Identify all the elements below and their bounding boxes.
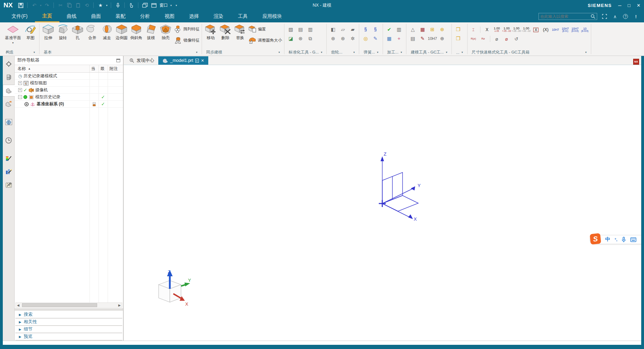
revolve-button[interactable]: 旋转	[56, 23, 70, 41]
triad-y-arrow[interactable]	[184, 283, 190, 286]
reset-format-button[interactable]: ↺	[512, 35, 521, 43]
tension-spring-tool-icon[interactable]: §	[371, 25, 379, 34]
help-icon[interactable]: ?	[622, 13, 629, 20]
gear-pair-tool-icon[interactable]: ⊛	[329, 34, 337, 43]
diameter-symbol-button[interactable]: ⌀	[492, 35, 501, 43]
tolerance-lower-button[interactable]: 1.00+.00 -.02	[522, 26, 531, 34]
machining-clipboard-tool-icon[interactable]: ▥	[395, 25, 403, 34]
sogou-logo-icon[interactable]: S	[590, 233, 601, 245]
undo-dropdown-icon[interactable]: ▾	[40, 4, 41, 7]
tag-tool-icon[interactable]: ◧	[329, 25, 337, 34]
sketch-button[interactable]: 草图	[23, 23, 38, 41]
move-object-icon[interactable]: ⟲	[84, 2, 90, 8]
delete-face-button[interactable]: 删除	[218, 23, 233, 41]
menu-assembly[interactable]: 装配	[108, 10, 133, 22]
window-menu[interactable]: 窗口	[159, 2, 168, 8]
fit-limit1-button[interactable]: 10H7(8.01)	[561, 26, 570, 34]
favorites-dropdown-icon[interactable]: ▾	[106, 4, 107, 7]
tolerance-boxed-button[interactable]: X	[531, 26, 541, 34]
ime-language-mode[interactable]: 中	[605, 236, 610, 243]
command-search-box[interactable]	[538, 13, 597, 20]
tree-row-cameras[interactable]: +✓ 摄像机	[15, 87, 123, 94]
panel-splitter[interactable]	[15, 308, 123, 311]
tolerance-none-button[interactable]: X	[483, 26, 492, 34]
hole-button[interactable]: 孔	[70, 23, 85, 41]
tolerance-reference-button[interactable]: (X)	[541, 26, 550, 34]
ribbon-group-label-synchronous[interactable]: 同步建模 ▾	[203, 49, 283, 56]
search-icon[interactable]	[591, 14, 595, 19]
tree-row-model-history[interactable]: − 模型历史记录 ✓	[15, 94, 123, 101]
bevel-gear-tool-icon[interactable]: ✲	[348, 34, 357, 43]
gear-modeling-tool-icon[interactable]: ⊛	[339, 34, 347, 43]
ribbon-group-label-construct[interactable]: 构造 ▾	[3, 49, 38, 56]
machining-table-tool-icon[interactable]: ▦	[385, 34, 393, 43]
datum-plane-button[interactable]: 基准平面 ▾	[3, 23, 23, 44]
paint-tool-icon[interactable]: ◪	[287, 34, 295, 43]
radius-callout2-button[interactable]: R⌀	[479, 35, 488, 43]
ribbon-group-label-overflow[interactable]: ... ▾	[453, 49, 466, 56]
unite-button[interactable]: 合并	[85, 23, 100, 41]
machining-csys-tool-icon[interactable]: ⌖	[395, 34, 403, 43]
fit-limit3-button[interactable]: 10(8.015)	[580, 26, 589, 34]
sidebar-item-constraint-navigator[interactable]	[3, 98, 14, 110]
section-search[interactable]: ▶搜索	[15, 311, 122, 319]
menu-analysis[interactable]: 分析	[133, 10, 157, 22]
move-face-button[interactable]: 移动	[203, 23, 218, 41]
maximize-button[interactable]: □	[628, 3, 630, 8]
favorites-star-icon[interactable]: ★	[97, 2, 103, 8]
sidebar-item-hd3d-tools[interactable]	[3, 152, 14, 164]
column-comment[interactable]: 附注	[108, 65, 123, 72]
ime-microphone-icon[interactable]	[622, 237, 626, 242]
sidebar-item-assembly-navigator[interactable]	[3, 71, 14, 83]
draft-button[interactable]: 拔模	[144, 23, 158, 41]
microphone-icon[interactable]	[115, 2, 121, 8]
ime-skin-icon[interactable]	[641, 237, 641, 242]
subtract-button[interactable]: 减去	[100, 23, 114, 41]
undock-panel-icon[interactable]	[116, 59, 120, 62]
menu-tools[interactable]: 工具	[231, 10, 255, 22]
tree-row-datum-csys[interactable]: 基准坐标系 (0) ✓	[15, 101, 123, 108]
view-orientation-triad[interactable]: Z Y X	[152, 269, 192, 309]
scroll-right-icon[interactable]: ▶	[117, 304, 122, 307]
navigator-horizontal-scrollbar[interactable]: ◀ ▶	[15, 302, 122, 308]
triangle-tool-icon[interactable]: △	[408, 25, 417, 34]
menu-application[interactable]: 应用模块	[255, 10, 289, 22]
note-tool-icon[interactable]: ▤	[408, 34, 417, 43]
sidebar-item-selection-filter[interactable]	[3, 58, 14, 70]
window-menu-dropdown-icon[interactable]: ▾	[170, 4, 172, 7]
yellow-blocks2-tool-icon[interactable]: ❒	[454, 34, 462, 43]
visibility-eye-icon[interactable]	[24, 102, 29, 106]
column-name[interactable]: 名称▲	[15, 65, 89, 72]
feature-folder-tool-icon[interactable]: ⊞	[428, 25, 436, 34]
minimize-ribbon-icon[interactable]: ▾	[175, 4, 177, 7]
dimension-brush-tool-icon[interactable]: ✎	[418, 34, 427, 43]
collapse-ribbon-icon[interactable]: ∧	[612, 13, 618, 20]
redo-icon[interactable]: ↷	[44, 2, 50, 8]
dimension-style-tool-icon[interactable]: ⌶	[469, 26, 478, 34]
paste-icon[interactable]	[75, 2, 81, 8]
menu-view[interactable]: 视图	[157, 10, 182, 22]
ime-toolbar[interactable]: S 中 °,	[590, 235, 641, 244]
z-axis-arrow[interactable]	[381, 156, 384, 161]
ime-keyboard-icon[interactable]	[630, 237, 636, 242]
tab-close-icon[interactable]: ✕	[201, 58, 204, 63]
latest-check-icon[interactable]: ✓	[101, 101, 105, 107]
fullscreen-icon[interactable]	[601, 13, 608, 20]
offset-region-button[interactable]: 偏置	[248, 24, 282, 34]
cut-icon[interactable]: ✂	[57, 2, 64, 8]
menu-curve[interactable]: 曲线	[59, 10, 84, 22]
tolerance-bilateral-button[interactable]: 1.00+.05 -.02	[502, 26, 511, 34]
validate-tool-icon[interactable]: ⊛	[296, 34, 305, 43]
sidebar-item-tools-palette[interactable]	[3, 179, 14, 191]
maximize-view-icon[interactable]	[151, 2, 157, 8]
ribbon-group-label-modeling-tools[interactable]: 建模工具 - GC工... ▾	[408, 49, 450, 56]
menu-home[interactable]: 主页	[35, 10, 59, 22]
copy-icon[interactable]	[66, 2, 72, 8]
ribbon-group-label-dimension-format[interactable]: 尺寸快速格式化工具 - GC工具箱 ▾	[469, 49, 589, 56]
delete-spring-tool-icon[interactable]: ✎	[371, 34, 379, 43]
ribbon-group-label-standardization[interactable]: 标准化工具 - G... ▾	[286, 49, 325, 56]
annotation-style-tool-icon[interactable]: ▰	[348, 25, 357, 34]
minimize-button[interactable]: ─	[618, 3, 621, 8]
chamfer-button[interactable]: 倒斜角	[129, 23, 144, 41]
tree-row-model-views[interactable]: + 模型视图	[15, 80, 123, 87]
